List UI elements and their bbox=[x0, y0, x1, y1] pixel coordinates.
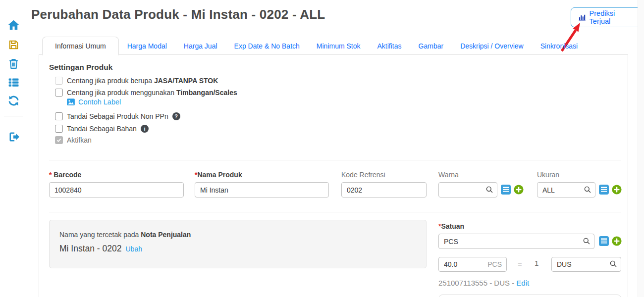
jasa-checkbox-label: Centang jika produk berupa JASA/TANPA ST… bbox=[67, 77, 218, 85]
checkbox-row-aktifkan: Aktifkan bbox=[55, 136, 92, 144]
bahan-checkbox[interactable] bbox=[55, 125, 63, 133]
satuan-add-button[interactable] bbox=[612, 236, 622, 246]
page-title: Perubahan Data Produk - Mi Instan - 0202… bbox=[31, 7, 325, 22]
unit-code-row: 251007113555 - DUS - Edit bbox=[438, 279, 529, 287]
kode-refrensi-input[interactable] bbox=[341, 182, 427, 198]
tab-aktifitas[interactable]: Aktifitas bbox=[369, 37, 410, 55]
aktifkan-checkbox-label: Aktifkan bbox=[67, 136, 92, 144]
trash-icon[interactable] bbox=[6, 56, 20, 70]
checkbox-row-jasa: Centang jika produk berupa JASA/TANPA ST… bbox=[55, 77, 218, 85]
product-list-icon[interactable] bbox=[6, 75, 20, 89]
ubah-link[interactable]: Ubah bbox=[125, 245, 142, 253]
ukuran-field-wrap bbox=[537, 182, 595, 198]
save-icon[interactable] bbox=[6, 38, 20, 51]
contoh-label-text: Contoh Label bbox=[78, 98, 121, 106]
scrollbar-track[interactable] bbox=[638, 0, 644, 297]
search-icon bbox=[485, 186, 493, 194]
check-icon bbox=[56, 137, 62, 143]
ukuran-label: Ukuran bbox=[537, 171, 559, 179]
logout-icon[interactable] bbox=[6, 130, 20, 144]
bahan-checkbox-label: Tandai Sebagai Bahan bbox=[67, 125, 137, 133]
tab-informasi-umum[interactable]: Informasi Umum bbox=[42, 37, 119, 55]
warna-field-wrap bbox=[438, 182, 497, 198]
tab-harga-jual[interactable]: Harga Jual bbox=[175, 37, 226, 55]
printed-product-name: Mi Instan - 0202 bbox=[59, 244, 121, 254]
search-icon bbox=[609, 260, 617, 268]
help-icon[interactable]: ? bbox=[172, 112, 180, 120]
home-icon[interactable] bbox=[6, 18, 20, 32]
prediksi-terjual-button[interactable]: Prediksi Terjual bbox=[571, 7, 644, 27]
informasi-umum-panel: Settingan Produk Centang jika produk ber… bbox=[39, 54, 628, 297]
sync-icon[interactable] bbox=[6, 94, 20, 107]
prediksi-terjual-label: Prediksi Terjual bbox=[590, 9, 637, 25]
ukuran-list-button[interactable] bbox=[599, 185, 609, 195]
tab-exp-date-no-batch[interactable]: Exp Date & No Batch bbox=[226, 37, 308, 55]
barcode-field-wrap bbox=[49, 182, 184, 198]
divider bbox=[49, 212, 621, 212]
kode-refrensi-label: Kode Refrensi bbox=[341, 171, 385, 179]
nonppn-checkbox[interactable] bbox=[55, 112, 63, 120]
tab-harga-modal[interactable]: Harga Modal bbox=[119, 37, 175, 55]
warna-add-button[interactable] bbox=[514, 185, 524, 195]
nama-produk-label: *Nama Produk bbox=[195, 171, 242, 179]
contoh-label-link[interactable]: Contoh Label bbox=[66, 98, 121, 106]
qty-field-wrap: PCS bbox=[438, 257, 507, 272]
timbangan-checkbox-label: Centang jika produk menggunakan Timbanga… bbox=[67, 89, 237, 97]
checkbox-row-bahan: Tandai Sebagai Bahan i bbox=[55, 125, 149, 133]
warna-list-button[interactable] bbox=[501, 185, 511, 195]
sidebar bbox=[0, 0, 33, 297]
nama-produk-input[interactable] bbox=[195, 182, 329, 198]
jasa-checkbox[interactable] bbox=[55, 77, 63, 85]
satuan-label: *Satuan bbox=[438, 222, 464, 230]
bar-chart-icon bbox=[578, 13, 586, 21]
barcode-input[interactable] bbox=[49, 182, 184, 198]
unit-code-text: 251007113555 - DUS - bbox=[438, 279, 514, 287]
equals-sign: = bbox=[518, 260, 522, 268]
satuan-field-wrap bbox=[438, 234, 594, 249]
parent-unit-field-wrap bbox=[551, 257, 621, 272]
kode-refrensi-field-wrap bbox=[341, 182, 427, 198]
nota-penjualan-box: Nama yang tercetak pada Nota Penjualan M… bbox=[49, 220, 427, 268]
divider bbox=[49, 160, 621, 160]
qty-unit-suffix: PCS bbox=[487, 260, 502, 268]
product-edit-page: Perubahan Data Produk - Mi Instan - 0202… bbox=[0, 0, 644, 297]
aktifkan-checkbox[interactable] bbox=[55, 136, 63, 144]
satuan-search-input[interactable] bbox=[438, 234, 594, 249]
nama-produk-field-wrap bbox=[195, 182, 329, 198]
next-section-box bbox=[438, 295, 621, 297]
timbangan-checkbox[interactable] bbox=[55, 89, 63, 97]
parent-qty: 1 bbox=[535, 259, 538, 267]
barcode-label: * Barcode bbox=[49, 171, 81, 179]
search-icon bbox=[584, 186, 591, 194]
tab-minimum-stok[interactable]: Minimum Stok bbox=[308, 37, 369, 55]
tab-deskripsi-overview[interactable]: Deskripsi / Overview bbox=[452, 37, 532, 55]
info-icon[interactable]: i bbox=[141, 125, 149, 133]
sidebar-divider bbox=[4, 116, 23, 116]
tab-bar: Informasi Umum Harga Modal Harga Jual Ex… bbox=[42, 37, 586, 55]
tab-sinkronisasi[interactable]: Sinkronisasi bbox=[532, 37, 586, 55]
nonppn-checkbox-label: Tandai Sebagai Produk Non PPn bbox=[67, 112, 168, 120]
checkbox-row-nonppn: Tandai Sebagai Produk Non PPn ? bbox=[55, 112, 180, 120]
nota-penjualan-caption: Nama yang tercetak pada Nota Penjualan bbox=[59, 231, 191, 239]
search-icon bbox=[583, 237, 590, 245]
warna-label: Warna bbox=[438, 171, 459, 179]
ukuran-add-button[interactable] bbox=[612, 185, 622, 195]
settingan-produk-heading: Settingan Produk bbox=[49, 63, 112, 72]
tab-gambar[interactable]: Gambar bbox=[410, 37, 452, 55]
edit-link[interactable]: Edit bbox=[516, 279, 529, 287]
checkbox-row-timbangan: Centang jika produk menggunakan Timbanga… bbox=[55, 89, 237, 97]
satuan-list-button[interactable] bbox=[599, 236, 609, 246]
image-icon bbox=[66, 98, 75, 106]
